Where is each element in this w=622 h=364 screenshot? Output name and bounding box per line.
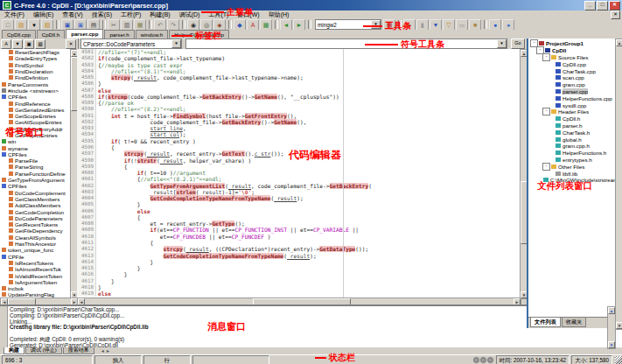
menu-item-帮助(H)[interactable]: 帮助(H) <box>264 10 294 19</box>
filter-icon[interactable]: ▨ <box>35 39 45 49</box>
symbol-item[interactable]: GetTypeFromArgument <box>0 177 70 183</box>
symbol-item[interactable]: GetScopeEntries <box>0 113 70 119</box>
code-editor[interactable]: 4581//ofile<<"(7)"<<endl;4582if(code_com… <box>77 49 520 298</box>
file-tree-item[interactable]: -Source Files <box>528 54 622 61</box>
file-tree-item[interactable]: HelperFunctions.h <box>528 150 622 157</box>
scroll-down-icon[interactable]: ▼ <box>616 322 622 329</box>
message-tab-构建[interactable]: 构建 <box>3 347 24 354</box>
file-tree-item[interactable]: CharTask.h <box>528 129 622 136</box>
file-tree-item[interactable]: scan.cpp <box>528 74 622 81</box>
file-tree-item[interactable]: CharTask.cpp <box>528 67 622 74</box>
go-button[interactable]: Go <box>511 38 525 49</box>
file-tree-item[interactable]: libfl.lib <box>528 170 622 177</box>
symbol-item[interactable]: GetClassMembers <box>0 196 70 202</box>
minimize-button[interactable]: _ <box>584 1 596 10</box>
symbol-item[interactable]: FindSymbol <box>0 62 70 68</box>
symbol-item[interactable]: FindReference <box>0 100 70 106</box>
file-tree-item[interactable]: parser.h <box>528 122 622 130</box>
menu-item-工程(P)[interactable]: 工程(P) <box>116 10 145 19</box>
menu-item-调试(D)[interactable]: 调试(D) <box>175 10 205 19</box>
file-vscrollbar[interactable]: ▲ ▼ <box>615 38 622 330</box>
file-tree-item[interactable]: -Other Files <box>528 163 622 170</box>
open-dropdown-button[interactable]: ▾ <box>28 19 40 31</box>
symbol-item[interactable]: CPFiles <box>0 94 70 100</box>
symbol-item[interactable]: DoCodeComplement <box>0 190 70 196</box>
symbol-item[interactable]: UpdateParsingFlag <box>0 291 70 298</box>
symbol-item[interactable]: CPFiles <box>0 183 70 189</box>
stop-build-button[interactable]: ■ <box>469 19 481 31</box>
redo-button[interactable]: ↷ <box>167 19 179 31</box>
menu-item-构建(B)[interactable]: 构建(B) <box>145 10 174 19</box>
find-in-files-button[interactable]: ◈ <box>213 19 226 31</box>
sort-alpha-icon[interactable]: A <box>1 39 11 49</box>
symbol-item[interactable]: GetAllScopeEntries <box>0 119 70 125</box>
file-tree-item[interactable]: CpDll.cpp <box>528 60 622 67</box>
symbol-item[interactable]: GetRecentTokens <box>0 221 70 228</box>
message-vscrollbar[interactable]: ▲ ▼ <box>607 306 616 349</box>
symbol-item[interactable]: ParseString <box>0 164 70 170</box>
menu-item-搜索(S)[interactable]: 搜索(S) <box>87 10 116 19</box>
find-button[interactable]: ◉ <box>187 19 199 31</box>
menu-item-编辑(E)[interactable]: 编辑(E) <box>29 10 58 19</box>
find-next-button[interactable]: ◎ <box>200 19 213 31</box>
tab-parser.cpp[interactable]: parser.cpp <box>66 29 103 38</box>
scroll-up-icon[interactable]: ▲ <box>616 39 622 46</box>
message-tab-搜索结果[interactable]: 搜索结果 <box>63 347 94 354</box>
close-icon[interactable]: ✕ <box>66 39 76 49</box>
symbol-item[interactable]: ParseComments <box>0 80 70 87</box>
view-mode-icon[interactable]: ▣ <box>24 39 34 49</box>
tab-window.h[interactable]: window.h <box>136 30 168 38</box>
reopen-button[interactable]: ▧ <box>41 19 53 31</box>
symbol-item[interactable]: wyname <box>0 144 70 150</box>
file-tree-item[interactable]: gram.cpp <box>528 81 622 88</box>
clean-button[interactable]: ▭ <box>456 19 468 31</box>
file-tree-item[interactable]: parser.cpp <box>528 88 622 95</box>
rebuild-button[interactable]: ▽ <box>443 19 455 31</box>
file-tree-item[interactable]: global.h <box>528 136 622 143</box>
open-file-button[interactable]: ▨ <box>15 19 27 31</box>
collapse-icon[interactable]: - <box>542 163 550 171</box>
mdi-close-icon[interactable]: ✕ <box>611 10 620 19</box>
file-tree-item[interactable]: -Header Files <box>528 108 622 116</box>
collapse-icon[interactable]: - <box>542 53 550 61</box>
symbol-item[interactable]: GetFileDependency <box>0 228 70 234</box>
tab-CpDll.h[interactable]: CpDll.h <box>37 30 65 38</box>
symbol-item[interactable]: ParseFunctionDefine <box>0 171 70 177</box>
symbol-item[interactable]: GetSerializedEntries <box>0 107 70 113</box>
bookmark-button[interactable]: ◆ <box>234 19 246 31</box>
tab-CpDll.cpp[interactable]: CpDll.cpp <box>2 30 36 38</box>
file-tree-item[interactable]: CpDll.h <box>528 116 622 122</box>
nav-forward-button[interactable]: ► <box>293 19 305 31</box>
file-tree-item[interactable]: HelperFunctions.cpp <box>528 94 622 102</box>
scroll-down-icon[interactable]: ▼ <box>608 341 615 348</box>
symbol-item[interactable]: win <box>0 138 70 144</box>
menu-item-文件(F)[interactable]: 文件(F) <box>0 10 29 19</box>
symbol-item[interactable]: IsRecentTokens <box>0 260 70 266</box>
symbol-item[interactable]: HasThisAncestor <box>0 241 70 247</box>
scroll-up-icon[interactable]: ▲ <box>608 307 615 314</box>
symbol-item[interactable]: incbok <box>0 285 70 291</box>
symbol-item[interactable]: DoCodeParameters <box>0 215 70 221</box>
font-button[interactable]: A <box>247 19 259 31</box>
resize-grip[interactable] <box>615 356 622 364</box>
copy-button[interactable]: ▥ <box>121 19 133 31</box>
new-file-button[interactable]: □ <box>2 19 14 31</box>
symbol-item[interactable]: GradeEntryTypes <box>0 55 70 61</box>
collapse-icon[interactable]: - <box>542 108 550 116</box>
close-button[interactable]: ✕ <box>609 1 620 10</box>
menu-item-查看(V)[interactable]: 查看(V) <box>58 10 87 19</box>
pause-button[interactable]: ▮ <box>416 19 429 31</box>
symbol-item[interactable]: CPFile <box>0 254 70 260</box>
symbol-item[interactable]: IsArgumentToken <box>0 279 70 285</box>
function-combo[interactable]: CParser::DoCodeParameters ▼ <box>80 38 182 49</box>
symbol-item[interactable]: ParseFile <box>0 158 70 164</box>
nav-back-button[interactable]: ◄ <box>280 19 292 31</box>
symbol-search-combo[interactable]: ▼ <box>185 38 507 49</box>
message-tab-scroll[interactable]: ◄ ► <box>101 347 110 354</box>
symbol-item[interactable]: token_unique_func <box>0 247 70 253</box>
symbol-item[interactable]: CPFiles <box>0 151 70 158</box>
file-panel-tab-收藏夹[interactable]: 收藏夹 <box>562 318 587 327</box>
symbol-item[interactable]: IsValidRecentToken <box>0 272 70 278</box>
cut-button[interactable]: ✂ <box>108 19 120 31</box>
build-button[interactable]: ▼ <box>430 19 442 31</box>
